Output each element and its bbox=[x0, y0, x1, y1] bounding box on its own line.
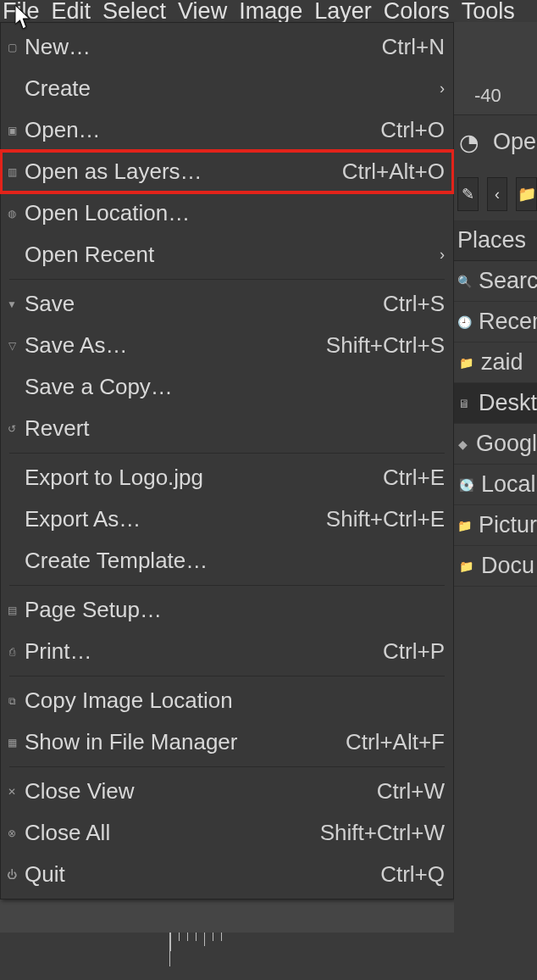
menu-colors[interactable]: Colors bbox=[384, 0, 450, 25]
blank-icon bbox=[4, 554, 19, 569]
menu-item-accel: Ctrl+E bbox=[383, 465, 445, 491]
menu-item[interactable]: ◍Open Location… bbox=[1, 192, 453, 234]
menu-item[interactable]: Save a Copy… bbox=[1, 366, 453, 408]
menu-item-label: Create Template… bbox=[25, 548, 208, 574]
menu-item[interactable]: Export As…Shift+Ctrl+E bbox=[1, 498, 453, 540]
place-item[interactable]: 💽Local bbox=[454, 465, 537, 505]
menu-item-label: Quit bbox=[25, 861, 65, 888]
place-item[interactable]: 🖥Deskt bbox=[454, 383, 537, 424]
open-dialog-title: Ope bbox=[493, 129, 536, 155]
menu-tools[interactable]: Tools bbox=[462, 0, 515, 25]
menu-item[interactable]: Create Template… bbox=[1, 540, 453, 582]
menu-item[interactable]: ▼SaveCtrl+S bbox=[1, 283, 453, 325]
menu-item-accel: Ctrl+O bbox=[380, 117, 445, 143]
menu-item-accel: Ctrl+Q bbox=[380, 861, 445, 888]
place-item[interactable]: 🔍Searc bbox=[454, 261, 537, 302]
menu-edit[interactable]: Edit bbox=[52, 0, 91, 25]
disk-icon: 💽 bbox=[457, 476, 474, 493]
menu-item[interactable]: ⏻QuitCtrl+Q bbox=[1, 854, 453, 895]
close-all-icon: ⊗ bbox=[4, 826, 19, 841]
file-manager-icon: ▦ bbox=[4, 735, 19, 750]
ruler: -40 bbox=[454, 22, 537, 115]
wilber-icon: ◔ bbox=[459, 129, 484, 154]
menu-item-label: Close All bbox=[25, 820, 110, 846]
menu-view[interactable]: View bbox=[178, 0, 227, 25]
menu-item[interactable]: ▽Save As…Shift+Ctrl+S bbox=[1, 325, 453, 366]
copy-icon: ⧉ bbox=[4, 693, 19, 709]
menu-item-accel: Ctrl+W bbox=[377, 778, 445, 805]
menu-select[interactable]: Select bbox=[102, 0, 166, 25]
menubar: File Edit Select View Image Layer Colors… bbox=[0, 0, 537, 22]
menu-item-label: Create bbox=[25, 75, 91, 102]
menu-item-label: Save As… bbox=[25, 332, 127, 359]
menu-item[interactable]: ⧉Copy Image Location bbox=[1, 680, 453, 721]
menu-item[interactable]: ⊗Close AllShift+Ctrl+W bbox=[1, 812, 453, 854]
globe-icon: ◍ bbox=[4, 206, 19, 221]
menu-item[interactable]: ▢New…Ctrl+N bbox=[1, 26, 453, 68]
menu-item[interactable]: ↺Revert bbox=[1, 408, 453, 449]
menu-item-accel: Shift+Ctrl+E bbox=[326, 506, 445, 532]
place-label: Recen bbox=[479, 309, 537, 335]
place-item[interactable]: 📁Docu bbox=[454, 546, 537, 587]
ruler-label: -40 bbox=[474, 85, 501, 106]
menu-item-label: Show in File Manager bbox=[25, 729, 237, 755]
menu-item-accel: Ctrl+N bbox=[382, 34, 445, 60]
menu-item-accel: Shift+Ctrl+S bbox=[326, 332, 445, 359]
quit-icon: ⏻ bbox=[4, 867, 19, 883]
menu-item-label: Open… bbox=[25, 117, 101, 143]
places-header: Places bbox=[454, 220, 537, 261]
search-icon: 🔍 bbox=[457, 273, 472, 290]
menu-item[interactable]: ⎙Print…Ctrl+P bbox=[1, 631, 453, 672]
right-panel: -40 ◔ Ope ✎ ‹ 📁 Places 🔍Searc🕘Recen📁zaid… bbox=[454, 22, 537, 980]
menu-image[interactable]: Image bbox=[239, 0, 302, 25]
place-label: Docu bbox=[481, 553, 534, 579]
place-label: Pictur bbox=[479, 512, 537, 538]
folder-button[interactable]: 📁 bbox=[516, 177, 537, 211]
place-item[interactable]: 📁Pictur bbox=[454, 505, 537, 546]
blank-icon bbox=[4, 81, 19, 97]
place-label: Searc bbox=[479, 268, 537, 294]
documents-icon: 📁 bbox=[457, 558, 474, 575]
cursor-icon bbox=[15, 5, 34, 31]
menu-item-label: Print… bbox=[25, 638, 91, 665]
menu-item[interactable]: ▤Page Setup… bbox=[1, 589, 453, 631]
open-dialog-title-row: ◔ Ope bbox=[454, 115, 537, 168]
menu-item-accel: Ctrl+Alt+O bbox=[342, 159, 445, 185]
workspace-ruler bbox=[0, 933, 537, 980]
place-item[interactable]: 📁zaid bbox=[454, 342, 537, 383]
open-dialog-toolbar: ✎ ‹ 📁 bbox=[454, 168, 537, 220]
menu-item[interactable]: Open Recent› bbox=[1, 234, 453, 276]
places-list: 🔍Searc🕘Recen📁zaid🖥Deskt◆Googl💽Local📁Pict… bbox=[454, 261, 537, 587]
menu-item-accel: Ctrl+P bbox=[383, 638, 445, 665]
menu-item-label: New… bbox=[25, 34, 91, 60]
open-layers-icon: ▥ bbox=[4, 164, 19, 180]
pictures-icon: 📁 bbox=[457, 517, 472, 534]
menu-item-label: Export to Logo.jpg bbox=[25, 465, 203, 491]
chevron-right-icon: › bbox=[440, 246, 445, 264]
close-icon: ✕ bbox=[4, 784, 19, 799]
menu-item[interactable]: ▣Open…Ctrl+O bbox=[1, 109, 453, 151]
menu-item[interactable]: ▥Open as Layers…Ctrl+Alt+O bbox=[1, 151, 453, 192]
menu-item[interactable]: ▦Show in File ManagerCtrl+Alt+F bbox=[1, 721, 453, 763]
desktop-icon: 🖥 bbox=[457, 395, 472, 412]
menu-item[interactable]: ✕Close ViewCtrl+W bbox=[1, 771, 453, 812]
revert-icon: ↺ bbox=[4, 421, 19, 437]
place-item[interactable]: ◆Googl bbox=[454, 424, 537, 465]
page-setup-icon: ▤ bbox=[4, 603, 19, 618]
open-icon: ▣ bbox=[4, 123, 19, 138]
place-label: Googl bbox=[476, 431, 537, 457]
menu-item-accel: Ctrl+S bbox=[383, 291, 445, 317]
back-button[interactable]: ‹ bbox=[487, 177, 508, 211]
place-item[interactable]: 🕘Recen bbox=[454, 302, 537, 342]
blank-icon bbox=[4, 380, 19, 395]
file-menu-dropdown: ▢New…Ctrl+NCreate›▣Open…Ctrl+O▥Open as L… bbox=[0, 22, 454, 899]
place-label: zaid bbox=[481, 349, 523, 376]
recent-icon: 🕘 bbox=[457, 314, 472, 331]
menu-item[interactable]: Export to Logo.jpgCtrl+E bbox=[1, 457, 453, 498]
pencil-button[interactable]: ✎ bbox=[457, 177, 479, 211]
menu-item-label: Page Setup… bbox=[25, 597, 162, 623]
menu-layer[interactable]: Layer bbox=[314, 0, 372, 25]
menu-item[interactable]: Create› bbox=[1, 68, 453, 109]
save-icon: ▼ bbox=[4, 297, 19, 312]
menu-item-accel: Ctrl+Alt+F bbox=[346, 729, 445, 755]
